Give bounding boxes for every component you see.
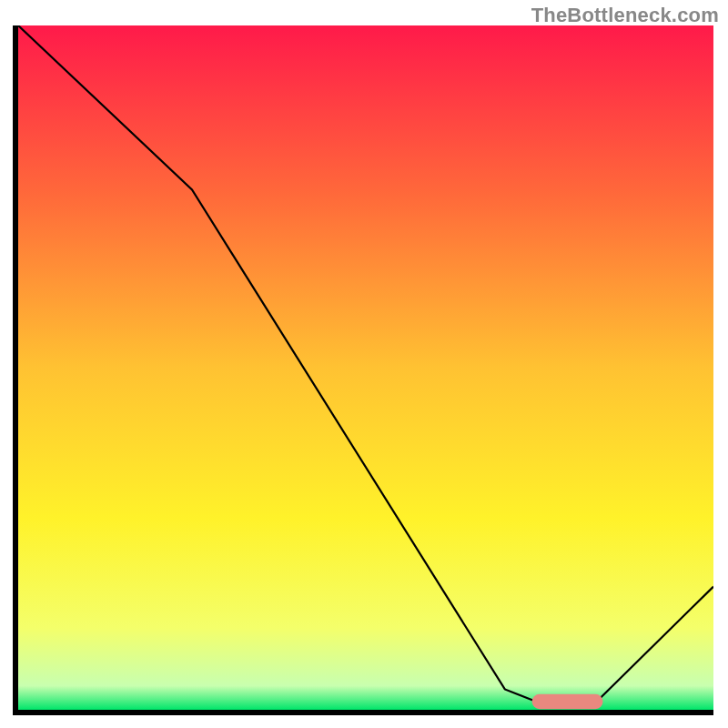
chart-frame — [13, 25, 713, 715]
watermark-text: TheBottleneck.com — [531, 4, 719, 27]
chart-background — [18, 25, 713, 710]
bottleneck-chart — [18, 25, 713, 710]
